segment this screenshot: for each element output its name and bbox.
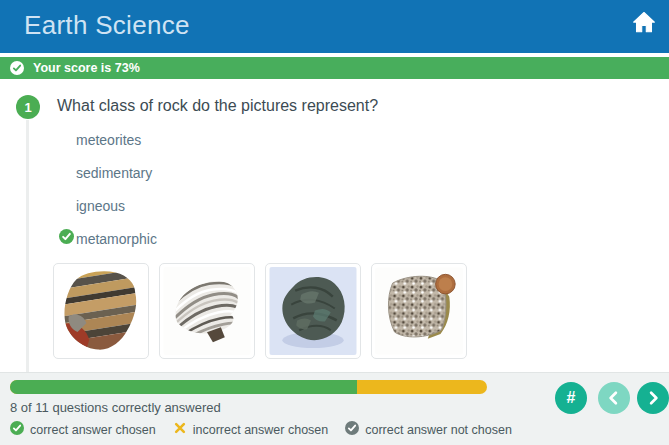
folded-rock-photo (163, 267, 251, 355)
question-text: What class of rock do the pictures repre… (57, 97, 378, 115)
rock-image-4[interactable] (371, 263, 467, 359)
legend-correct-chosen: correct answer chosen (10, 421, 156, 438)
quiz-review-page: Earth Science Your score is 73% 1 What c… (0, 0, 669, 445)
page-title: Earth Science (24, 10, 190, 41)
question-timeline-line (26, 120, 29, 372)
chevron-right-icon (644, 389, 662, 407)
legend-label: incorrect answer chosen (193, 423, 328, 437)
question-list-button[interactable]: # (555, 382, 587, 414)
footer-bar: 8 of 11 questions correctly answered cor… (0, 372, 669, 445)
dark-rock-photo (269, 267, 357, 355)
speckled-rock-photo (375, 267, 463, 355)
option-metamorphic[interactable]: metamorphic (76, 231, 157, 247)
score-banner: Your score is 73% (0, 57, 669, 79)
home-icon (631, 9, 657, 35)
chevron-left-icon (605, 389, 623, 407)
app-header: Earth Science (0, 0, 669, 53)
legend-incorrect-chosen: incorrect answer chosen (173, 421, 328, 438)
rock-image-2[interactable] (159, 263, 255, 359)
legend-correct-not-chosen: correct answer not chosen (345, 421, 512, 438)
legend-label: correct answer not chosen (365, 423, 512, 437)
progress-label: 8 of 11 questions correctly answered (10, 400, 221, 415)
previous-question-button[interactable] (598, 382, 630, 414)
banded-rock-photo (57, 267, 145, 355)
rock-image-1[interactable] (53, 263, 149, 359)
progress-fill (10, 380, 357, 394)
check-circle-green-icon (59, 229, 74, 244)
home-button[interactable] (631, 9, 657, 35)
hash-icon: # (567, 389, 576, 407)
option-igneous[interactable]: igneous (76, 198, 125, 214)
legend-label: correct answer chosen (30, 423, 156, 437)
next-question-button[interactable] (637, 382, 669, 414)
legend: correct answer chosen incorrect answer c… (10, 421, 512, 438)
option-sedimentary[interactable]: sedimentary (76, 165, 152, 181)
progress-bar (10, 380, 487, 394)
score-text: Your score is 73% (33, 61, 140, 75)
x-yellow-icon (173, 421, 187, 438)
question-number-badge: 1 (16, 95, 40, 119)
check-circle-green-icon (10, 421, 24, 438)
check-circle-white-icon (10, 61, 24, 75)
option-meteorites[interactable]: meteorites (76, 132, 141, 148)
rock-image-3[interactable] (265, 263, 361, 359)
check-circle-gray-icon (345, 421, 359, 438)
question-images (53, 263, 467, 359)
